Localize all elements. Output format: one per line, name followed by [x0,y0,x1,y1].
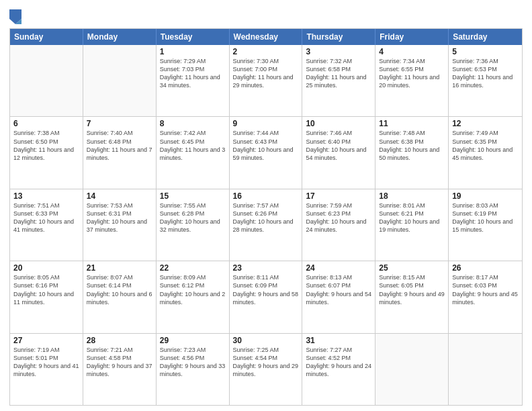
day-number: 30 [233,336,299,345]
day-number: 16 [233,191,299,201]
day-cell-26: 26Sunrise: 8:17 AM Sunset: 6:03 PM Dayli… [449,261,522,332]
day-cell-1: 1Sunrise: 7:29 AM Sunset: 7:03 PM Daylig… [157,45,230,116]
day-cell-12: 12Sunrise: 7:49 AM Sunset: 6:35 PM Dayli… [449,117,522,188]
cell-info: Sunrise: 7:30 AM Sunset: 7:00 PM Dayligh… [233,57,299,90]
empty-cell [10,45,83,116]
header-cell-wednesday: Wednesday [230,29,303,45]
day-number: 25 [379,263,445,273]
day-number: 1 [160,47,226,56]
day-cell-28: 28Sunrise: 7:21 AM Sunset: 4:58 PM Dayli… [83,334,157,405]
cell-info: Sunrise: 7:21 AM Sunset: 4:58 PM Dayligh… [87,346,152,379]
calendar-row-5: 27Sunrise: 7:19 AM Sunset: 5:01 PM Dayli… [10,333,522,405]
logo [9,9,23,24]
day-cell-22: 22Sunrise: 8:09 AM Sunset: 6:12 PM Dayli… [157,261,230,332]
header-cell-tuesday: Tuesday [157,29,230,45]
day-number: 26 [452,263,519,273]
header-cell-friday: Friday [375,29,449,45]
day-cell-30: 30Sunrise: 7:25 AM Sunset: 4:54 PM Dayli… [230,334,303,405]
cell-info: Sunrise: 7:25 AM Sunset: 4:54 PM Dayligh… [233,346,299,379]
cell-info: Sunrise: 7:44 AM Sunset: 6:43 PM Dayligh… [233,129,299,162]
cell-info: Sunrise: 8:01 AM Sunset: 6:21 PM Dayligh… [379,201,445,234]
day-cell-19: 19Sunrise: 8:03 AM Sunset: 6:19 PM Dayli… [449,189,522,261]
cell-info: Sunrise: 7:46 AM Sunset: 6:40 PM Dayligh… [306,129,371,162]
cell-info: Sunrise: 7:23 AM Sunset: 4:56 PM Dayligh… [160,346,226,379]
day-cell-13: 13Sunrise: 7:51 AM Sunset: 6:33 PM Dayli… [10,189,83,261]
day-number: 22 [160,263,226,273]
cell-info: Sunrise: 7:49 AM Sunset: 6:35 PM Dayligh… [452,129,519,162]
cell-info: Sunrise: 8:13 AM Sunset: 6:07 PM Dayligh… [306,273,371,306]
cell-info: Sunrise: 7:36 AM Sunset: 6:53 PM Dayligh… [452,57,519,90]
day-cell-25: 25Sunrise: 8:15 AM Sunset: 6:05 PM Dayli… [375,261,449,332]
day-cell-29: 29Sunrise: 7:23 AM Sunset: 4:56 PM Dayli… [157,334,230,405]
calendar: SundayMondayTuesdayWednesdayThursdayFrid… [9,28,523,406]
cell-info: Sunrise: 7:34 AM Sunset: 6:55 PM Dayligh… [379,57,445,90]
cell-info: Sunrise: 7:42 AM Sunset: 6:45 PM Dayligh… [160,129,226,162]
cell-info: Sunrise: 8:11 AM Sunset: 6:09 PM Dayligh… [233,273,299,306]
day-number: 19 [452,191,519,201]
day-number: 10 [306,119,371,128]
day-cell-21: 21Sunrise: 8:07 AM Sunset: 6:14 PM Dayli… [83,261,157,332]
day-number: 13 [13,191,79,201]
day-cell-20: 20Sunrise: 8:05 AM Sunset: 6:16 PM Dayli… [10,261,83,332]
day-number: 12 [452,119,519,128]
day-cell-23: 23Sunrise: 8:11 AM Sunset: 6:09 PM Dayli… [230,261,303,332]
day-cell-5: 5Sunrise: 7:36 AM Sunset: 6:53 PM Daylig… [449,45,522,116]
calendar-row-1: 1Sunrise: 7:29 AM Sunset: 7:03 PM Daylig… [10,45,522,116]
day-number: 6 [13,119,79,128]
cell-info: Sunrise: 8:03 AM Sunset: 6:19 PM Dayligh… [452,201,519,234]
cell-info: Sunrise: 7:29 AM Sunset: 7:03 PM Dayligh… [160,57,226,90]
day-cell-16: 16Sunrise: 7:57 AM Sunset: 6:26 PM Dayli… [230,189,303,261]
header-cell-sunday: Sunday [10,29,83,45]
day-cell-3: 3Sunrise: 7:32 AM Sunset: 6:58 PM Daylig… [302,45,375,116]
day-cell-18: 18Sunrise: 8:01 AM Sunset: 6:21 PM Dayli… [375,189,449,261]
day-number: 18 [379,191,445,201]
day-number: 28 [87,336,152,345]
day-number: 23 [233,263,299,273]
calendar-body: 1Sunrise: 7:29 AM Sunset: 7:03 PM Daylig… [10,45,522,405]
day-number: 5 [452,47,519,56]
cell-info: Sunrise: 7:51 AM Sunset: 6:33 PM Dayligh… [13,201,79,234]
cell-info: Sunrise: 8:09 AM Sunset: 6:12 PM Dayligh… [160,273,226,306]
day-cell-7: 7Sunrise: 7:40 AM Sunset: 6:48 PM Daylig… [83,117,157,188]
day-cell-9: 9Sunrise: 7:44 AM Sunset: 6:43 PM Daylig… [230,117,303,188]
day-number: 27 [13,336,79,345]
cell-info: Sunrise: 7:59 AM Sunset: 6:23 PM Dayligh… [306,201,371,234]
day-number: 7 [87,119,152,128]
day-number: 11 [379,119,445,128]
page: SundayMondayTuesdayWednesdayThursdayFrid… [0,0,532,411]
cell-info: Sunrise: 8:07 AM Sunset: 6:14 PM Dayligh… [87,273,152,306]
cell-info: Sunrise: 7:48 AM Sunset: 6:38 PM Dayligh… [379,129,445,162]
day-number: 29 [160,336,226,345]
day-number: 9 [233,119,299,128]
header-cell-monday: Monday [83,29,157,45]
day-number: 17 [306,191,371,201]
day-number: 14 [87,191,152,201]
cell-info: Sunrise: 7:53 AM Sunset: 6:31 PM Dayligh… [87,201,152,234]
empty-cell [449,334,522,405]
cell-info: Sunrise: 7:55 AM Sunset: 6:28 PM Dayligh… [160,201,226,234]
header-cell-thursday: Thursday [302,29,375,45]
calendar-row-2: 6Sunrise: 7:38 AM Sunset: 6:50 PM Daylig… [10,116,522,188]
calendar-row-3: 13Sunrise: 7:51 AM Sunset: 6:33 PM Dayli… [10,189,522,261]
day-number: 21 [87,263,152,273]
day-cell-14: 14Sunrise: 7:53 AM Sunset: 6:31 PM Dayli… [83,189,157,261]
day-cell-15: 15Sunrise: 7:55 AM Sunset: 6:28 PM Dayli… [157,189,230,261]
header-cell-saturday: Saturday [449,29,522,45]
day-cell-8: 8Sunrise: 7:42 AM Sunset: 6:45 PM Daylig… [157,117,230,188]
day-number: 2 [233,47,299,56]
day-number: 31 [306,336,371,345]
cell-info: Sunrise: 7:19 AM Sunset: 5:01 PM Dayligh… [13,346,79,379]
cell-info: Sunrise: 7:57 AM Sunset: 6:26 PM Dayligh… [233,201,299,234]
cell-info: Sunrise: 7:32 AM Sunset: 6:58 PM Dayligh… [306,57,371,90]
day-cell-17: 17Sunrise: 7:59 AM Sunset: 6:23 PM Dayli… [302,189,375,261]
empty-cell [375,334,449,405]
day-cell-2: 2Sunrise: 7:30 AM Sunset: 7:00 PM Daylig… [230,45,303,116]
day-cell-11: 11Sunrise: 7:48 AM Sunset: 6:38 PM Dayli… [375,117,449,188]
day-cell-10: 10Sunrise: 7:46 AM Sunset: 6:40 PM Dayli… [302,117,375,188]
cell-info: Sunrise: 7:40 AM Sunset: 6:48 PM Dayligh… [87,129,152,162]
day-number: 3 [306,47,371,56]
day-number: 8 [160,119,226,128]
cell-info: Sunrise: 8:05 AM Sunset: 6:16 PM Dayligh… [13,273,79,306]
cell-info: Sunrise: 8:17 AM Sunset: 6:03 PM Dayligh… [452,273,519,306]
day-cell-6: 6Sunrise: 7:38 AM Sunset: 6:50 PM Daylig… [10,117,83,188]
